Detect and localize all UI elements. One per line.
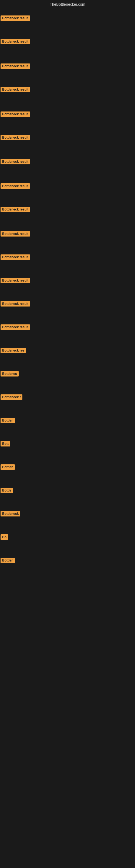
bottleneck-badge: Bottleneck result	[1, 39, 30, 44]
bottleneck-badge: Bott	[1, 441, 10, 446]
bottleneck-badge: Bottleneck result	[1, 159, 30, 164]
bottleneck-item-20[interactable]: Bottlen	[1, 464, 15, 471]
bottleneck-badge: Bottlen	[1, 418, 15, 423]
bottleneck-item-7[interactable]: Bottleneck result	[1, 159, 30, 165]
bottleneck-badge: Bottlen	[1, 558, 15, 563]
bottleneck-badge: Bottlenec	[1, 371, 18, 376]
bottleneck-item-13[interactable]: Bottleneck result	[1, 301, 30, 308]
bottleneck-item-18[interactable]: Bottlen	[1, 418, 15, 424]
bottleneck-item-5[interactable]: Bottleneck result	[1, 112, 30, 118]
site-title: TheBottlenecker.com	[0, 0, 135, 9]
bottleneck-badge: Bottleneck result	[1, 16, 30, 21]
bottleneck-item-14[interactable]: Bottleneck result	[1, 324, 30, 331]
bottleneck-item-2[interactable]: Bottleneck result	[1, 39, 30, 45]
bottleneck-badge: Bottleneck result	[1, 112, 30, 117]
bottleneck-badge: Bottleneck result	[1, 63, 30, 69]
bottleneck-badge: Bottleneck r	[1, 394, 22, 400]
bottleneck-item-17[interactable]: Bottleneck r	[1, 394, 22, 401]
bottleneck-item-1[interactable]: Bottleneck result	[1, 16, 30, 22]
bottleneck-badge: Bottleneck result	[1, 183, 30, 189]
bottleneck-item-19[interactable]: Bott	[1, 441, 10, 447]
bottleneck-item-15[interactable]: Bottleneck res	[1, 348, 26, 354]
bottleneck-item-22[interactable]: Bottleneck	[1, 511, 20, 518]
bottleneck-item-9[interactable]: Bottleneck result	[1, 207, 30, 213]
bottleneck-badge: Bottleneck result	[1, 207, 30, 212]
bottleneck-badge: Bottleneck result	[1, 278, 30, 283]
bottleneck-item-4[interactable]: Bottleneck result	[1, 87, 30, 93]
bottleneck-badge: Bottleneck result	[1, 87, 30, 92]
page-wrapper: TheBottlenecker.com Bottleneck resultBot…	[0, 0, 135, 868]
bottleneck-item-21[interactable]: Bottle	[1, 488, 13, 494]
bottleneck-item-8[interactable]: Bottleneck result	[1, 183, 30, 190]
bottleneck-badge: Bo	[1, 534, 8, 540]
bottleneck-badge: Bottlen	[1, 464, 15, 470]
bottleneck-item-12[interactable]: Bottleneck result	[1, 278, 30, 284]
bottleneck-item-11[interactable]: Bottleneck result	[1, 254, 30, 261]
bottleneck-badge: Bottleneck res	[1, 348, 26, 353]
bottleneck-badge: Bottleneck result	[1, 301, 30, 307]
bottleneck-badge: Bottleneck result	[1, 254, 30, 260]
bottleneck-item-10[interactable]: Bottleneck result	[1, 231, 30, 238]
bottleneck-item-16[interactable]: Bottlenec	[1, 371, 18, 378]
bottleneck-item-23[interactable]: Bo	[1, 534, 8, 541]
bottleneck-badge: Bottleneck result	[1, 231, 30, 237]
bottleneck-badge: Bottleneck result	[1, 135, 30, 140]
bottleneck-badge: Bottleneck result	[1, 324, 30, 330]
bottleneck-item-3[interactable]: Bottleneck result	[1, 63, 30, 70]
bottleneck-badge: Bottle	[1, 488, 13, 493]
bottleneck-item-6[interactable]: Bottleneck result	[1, 135, 30, 141]
bottleneck-badge: Bottleneck	[1, 511, 20, 517]
bottleneck-item-24[interactable]: Bottlen	[1, 558, 15, 564]
